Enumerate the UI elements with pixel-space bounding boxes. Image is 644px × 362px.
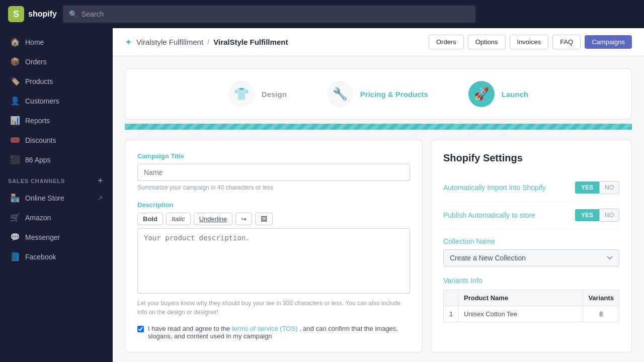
- faq-button[interactable]: FAQ: [552, 35, 581, 49]
- sidebar-item-label: Facebook: [25, 253, 56, 261]
- variants-label: Variants Info: [443, 277, 619, 285]
- launch-icon: 🚀: [468, 81, 495, 107]
- search-icon: 🔍: [69, 10, 77, 18]
- invoices-button[interactable]: Invoices: [510, 35, 549, 49]
- shopify-logo: S shopify: [8, 6, 57, 22]
- sidebar-item-label: Home: [25, 38, 44, 46]
- sidebar-item-home[interactable]: 🏠 Home: [2, 32, 111, 52]
- progress-bar-stripe: [125, 124, 632, 130]
- step-pricing: 🔧 Pricing & Products: [327, 81, 428, 107]
- campaign-title-input[interactable]: [137, 164, 410, 181]
- sidebar-item-customers[interactable]: 👤 Customers: [2, 91, 111, 111]
- discounts-icon: 🎟️: [10, 135, 20, 145]
- variants-col-num: [444, 290, 459, 306]
- row-num: 1: [444, 306, 459, 322]
- sidebar-item-online-store[interactable]: 🏪 Online Store ↗: [2, 188, 111, 208]
- shopify-settings-panel: Shopify Settings Automatically Import in…: [431, 140, 632, 352]
- variants-count: 8: [583, 306, 619, 322]
- publish-auto-row: Publish Automatically to store YES NO: [443, 202, 619, 229]
- step-progress: 👕 Design 🔧 Pricing & Products 🚀 Launch: [125, 68, 632, 120]
- variants-table: Product Name Variants 1 Unisex Cotton Te…: [443, 290, 619, 322]
- products-icon: 🏷️: [10, 76, 20, 86]
- home-icon: 🏠: [10, 37, 20, 47]
- search-input[interactable]: [82, 10, 469, 18]
- tos-checkbox[interactable]: [137, 326, 144, 332]
- bold-button[interactable]: Bold: [137, 213, 163, 225]
- amazon-icon: 🛒: [10, 213, 20, 222]
- product-name: Unisex Cotton Tee: [459, 306, 583, 322]
- sidebar-item-label: Online Store: [25, 194, 64, 202]
- form-area: Campaign Title Summarize your campaign i…: [125, 140, 632, 352]
- facebook-icon: 📘: [10, 252, 20, 261]
- publish-auto-no-button[interactable]: NO: [599, 209, 619, 222]
- reports-icon: 📊: [10, 116, 20, 125]
- sidebar: 🏠 Home 📦 Orders 🏷️ Products 👤 Customers …: [0, 28, 113, 362]
- step-design: 👕 Design: [228, 81, 287, 107]
- sidebar-item-facebook[interactable]: 📘 Facebook: [2, 247, 111, 266]
- sidebar-item-label: 86 Apps: [25, 156, 51, 164]
- progress-bar: [125, 124, 632, 130]
- breadcrumb: ✦ Viralstyle Fulfillment / ViralStyle Fu…: [125, 37, 288, 48]
- collection-select[interactable]: Create a New Collection: [443, 249, 619, 266]
- step-launch: 🚀 Launch: [468, 81, 528, 107]
- apps-icon: ⬛: [10, 155, 20, 164]
- breadcrumb-current: ViralStyle Fulfillment: [213, 38, 288, 46]
- share-button[interactable]: ↪: [235, 213, 252, 225]
- header-actions: Orders Options Invoices FAQ Campaigns: [429, 35, 632, 49]
- underline-button[interactable]: Underline: [194, 213, 233, 225]
- campaigns-button[interactable]: Campaigns: [585, 35, 632, 49]
- customers-icon: 👤: [10, 96, 20, 106]
- top-navigation: S shopify 🔍: [0, 0, 644, 28]
- tos-link[interactable]: terms of service (TOS): [232, 325, 298, 332]
- form-left: Campaign Title Summarize your campaign i…: [125, 140, 423, 352]
- brand-icon: ✦: [125, 37, 132, 48]
- sidebar-item-discounts[interactable]: 🎟️ Discounts: [2, 130, 111, 150]
- variants-col-count: Variants: [583, 290, 619, 306]
- sidebar-item-orders[interactable]: 📦 Orders: [2, 52, 111, 71]
- sales-channels-label: SALES CHANNELS: [8, 178, 65, 184]
- logo-text: shopify: [28, 10, 57, 19]
- description-hint: Let your buyers know why they should buy…: [137, 299, 410, 317]
- sidebar-item-label: Orders: [25, 58, 47, 66]
- orders-button[interactable]: Orders: [429, 35, 464, 49]
- panel-title: Shopify Settings: [443, 152, 619, 164]
- image-button[interactable]: 🖼: [255, 213, 273, 225]
- pricing-label: Pricing & Products: [360, 90, 428, 99]
- description-textarea[interactable]: [137, 228, 410, 294]
- auto-import-toggle: YES NO: [575, 181, 619, 194]
- sidebar-item-messenger[interactable]: 💬 Messenger: [2, 227, 111, 247]
- breadcrumb-parent: Viralstyle Fulfillment: [136, 38, 203, 46]
- italic-button[interactable]: Italic: [166, 213, 191, 225]
- description-toolbar: Bold Italic Underline ↪ 🖼: [137, 213, 410, 225]
- sidebar-item-reports[interactable]: 📊 Reports: [2, 111, 111, 130]
- sidebar-item-label: Products: [25, 77, 53, 85]
- sales-channels-section: SALES CHANNELS ＋: [0, 169, 113, 188]
- variants-header-row: Product Name Variants: [444, 290, 619, 306]
- search-bar[interactable]: 🔍: [63, 6, 475, 23]
- auto-import-yes-button[interactable]: YES: [575, 182, 599, 194]
- sidebar-item-products[interactable]: 🏷️ Products: [2, 71, 111, 91]
- sidebar-item-label: Messenger: [25, 233, 60, 241]
- publish-auto-yes-button[interactable]: YES: [575, 209, 599, 221]
- options-button[interactable]: Options: [468, 35, 506, 49]
- sidebar-item-apps[interactable]: ⬛ 86 Apps: [2, 150, 111, 169]
- campaign-title-hint: Summarize your campaign in 40 characters…: [137, 184, 410, 191]
- page-header: ✦ Viralstyle Fulfillment / ViralStyle Fu…: [113, 28, 644, 56]
- messenger-icon: 💬: [10, 232, 20, 242]
- auto-import-no-button[interactable]: NO: [599, 181, 619, 194]
- sidebar-item-label: Reports: [25, 117, 50, 125]
- publish-auto-toggle: YES NO: [575, 209, 619, 222]
- pricing-icon: 🔧: [327, 81, 353, 107]
- orders-icon: 📦: [10, 57, 20, 66]
- external-link-icon: ↗: [98, 195, 103, 202]
- add-channel-button[interactable]: ＋: [96, 175, 105, 186]
- breadcrumb-separator: /: [207, 38, 209, 46]
- page-content: 👕 Design 🔧 Pricing & Products 🚀 Launch: [113, 56, 644, 362]
- sidebar-item-amazon[interactable]: 🛒 Amazon: [2, 208, 111, 227]
- collection-label: Collection Name: [443, 237, 619, 245]
- sidebar-item-label: Discounts: [25, 136, 56, 144]
- design-icon: 👕: [228, 81, 255, 107]
- tos-text: I have read and agree to the terms of se…: [148, 325, 410, 340]
- publish-auto-label: Publish Automatically to store: [443, 211, 535, 219]
- auto-import-row: Automatically Import into Shopify YES NO: [443, 174, 619, 202]
